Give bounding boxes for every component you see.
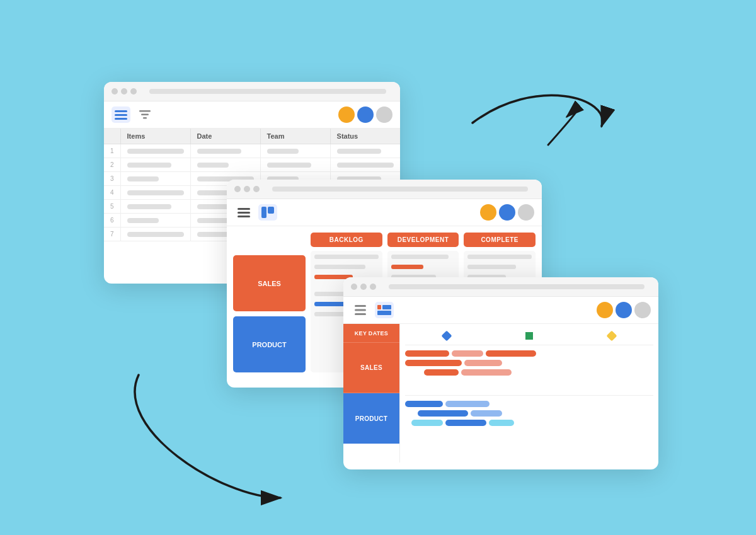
bar [405, 360, 462, 366]
card-line [314, 255, 379, 259]
gantt-label-sales: SALES [343, 343, 399, 393]
kanban-view-btn[interactable] [258, 204, 277, 221]
svg-rect-5 [355, 305, 366, 307]
diamond-blue [441, 330, 452, 341]
cell-item [120, 158, 190, 172]
kanban-col-backlog: BACKLOG [311, 233, 382, 247]
row-num: 6 [104, 214, 120, 227]
table-view-btn[interactable] [112, 106, 130, 123]
gantt-label-keydates: KEY DATES [343, 324, 399, 343]
bar [445, 401, 490, 407]
card-line [391, 255, 449, 259]
row-num: 3 [104, 172, 120, 186]
list-icon-g [355, 305, 366, 315]
bar-cyan [411, 420, 443, 426]
avatar-g3 [634, 302, 651, 318]
svg-rect-0 [139, 110, 151, 112]
kanban-product-label: PRODUCT [233, 316, 306, 372]
gantt-bar-row [411, 420, 653, 426]
bar [405, 401, 443, 407]
traffic-light-3 [130, 88, 137, 95]
gantt-header-row [405, 326, 653, 345]
titlebar-2 [227, 180, 542, 199]
cell-item [120, 144, 190, 158]
filter-btn[interactable] [135, 106, 154, 123]
gantt-bar-row [405, 401, 653, 407]
cell-status [330, 144, 400, 158]
row-num: 5 [104, 200, 120, 214]
avatar-row-3 [597, 302, 651, 318]
row-num: 2 [104, 158, 120, 172]
arrow-top-right [472, 95, 602, 126]
cell-item [120, 186, 190, 200]
table-row: 1 [104, 144, 400, 158]
card-line [467, 265, 515, 269]
window-gantt: KEY DATES SALES PRODUCT [343, 277, 658, 469]
bar [405, 350, 449, 357]
bar [471, 410, 502, 417]
tl-2 [244, 186, 250, 192]
svg-rect-8 [377, 305, 381, 309]
avatar-k3 [518, 204, 534, 221]
list-view-btn[interactable] [234, 204, 253, 221]
avatar-g2 [616, 302, 632, 318]
tl-1 [234, 186, 241, 192]
kanban-col-dev: DEVELOPMENT [387, 233, 459, 247]
cell-item [120, 214, 190, 227]
gantt-content: KEY DATES SALES PRODUCT [343, 324, 658, 463]
col-items: Items [120, 129, 190, 144]
diamond-yellow [607, 330, 617, 341]
gantt-sales-rows [405, 345, 653, 396]
gantt-label-product: PRODUCT [343, 393, 399, 444]
kanban-sales-label: SALES [233, 255, 306, 311]
cell-item [120, 200, 190, 214]
gantt-bar-row [405, 360, 653, 366]
table-icon [115, 110, 127, 120]
col-status: Status [330, 129, 400, 144]
svg-rect-1 [141, 114, 149, 116]
traffic-light-2 [121, 88, 127, 95]
bar [486, 350, 536, 357]
svg-rect-10 [377, 311, 391, 315]
bar [418, 410, 468, 417]
kanban-col-complete: COMPLETE [464, 233, 536, 247]
cell-item [120, 172, 190, 186]
avatar-k1 [480, 204, 496, 221]
bar [464, 360, 502, 366]
gantt-bar-row [418, 410, 653, 417]
tl-g1 [351, 284, 357, 290]
traffic-light-1 [112, 88, 118, 95]
card-line [467, 255, 532, 259]
avatar-k2 [499, 204, 515, 221]
svg-rect-3 [261, 207, 266, 218]
col-team: Team [260, 129, 330, 144]
list-view-btn-g[interactable] [351, 302, 370, 318]
avatar-2 [357, 106, 374, 123]
avatar-row-1 [338, 106, 392, 123]
row-num: 1 [104, 144, 120, 158]
search-bar-1 [149, 89, 386, 94]
card-line-accent [391, 265, 423, 269]
table-row: 2 [104, 158, 400, 172]
titlebar-3 [343, 277, 658, 297]
cell-date [190, 158, 260, 172]
svg-rect-6 [355, 309, 366, 311]
toolbar-1 [104, 101, 400, 129]
cell-date [190, 144, 260, 158]
avatar-1 [338, 106, 355, 123]
toolbar-3 [343, 297, 658, 324]
row-num: 4 [104, 186, 120, 200]
cell-team [260, 144, 330, 158]
tl-g2 [360, 284, 367, 290]
bar [445, 420, 486, 426]
avatar-row-2 [480, 204, 534, 221]
gantt-chart-area [400, 324, 658, 463]
cell-team [260, 158, 330, 172]
gantt-view-btn[interactable] [375, 302, 394, 318]
traffic-lights-1 [112, 88, 137, 95]
col-date: Date [190, 129, 260, 144]
arrow-bottom-left [135, 375, 280, 498]
tl-g3 [370, 284, 376, 290]
arrow-top [548, 107, 579, 145]
toolbar-2 [227, 199, 542, 226]
